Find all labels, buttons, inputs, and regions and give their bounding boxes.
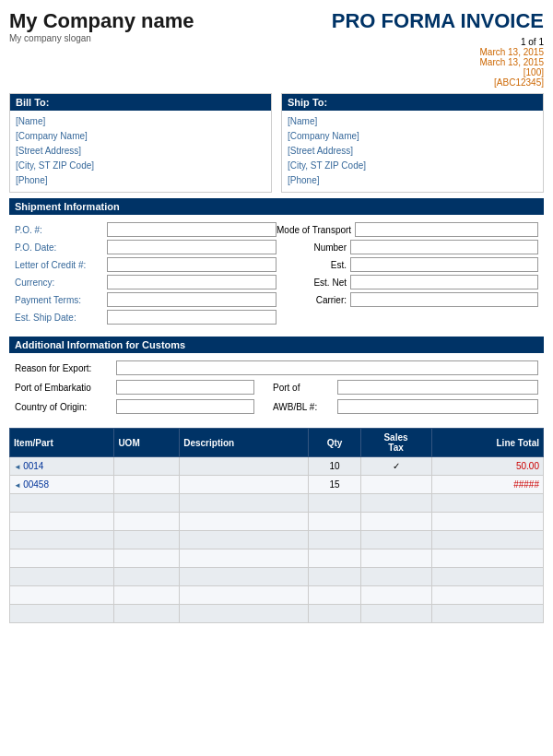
cell-uom — [114, 568, 180, 586]
cell-sales-tax — [360, 494, 431, 513]
col-sales-tax: SalesTax — [360, 429, 431, 457]
cell-description — [180, 476, 309, 494]
cell-qty — [309, 605, 360, 623]
country-origin-input[interactable] — [116, 399, 254, 414]
mode-transport-input[interactable] — [355, 222, 538, 237]
mode-transport-row: Mode of Transport — [276, 222, 538, 237]
bill-to-name: [Name] — [16, 114, 265, 129]
cell-description — [180, 531, 309, 549]
cell-line-total — [431, 568, 544, 586]
shipment-right: Mode of Transport Number Est. Est. Net C… — [276, 222, 538, 327]
company-slogan: My company slogan — [9, 33, 194, 43]
payment-terms-label: Payment Terms: — [15, 295, 107, 305]
row-arrow: ◄ — [14, 463, 23, 471]
cell-line-total: 50.00 — [431, 457, 544, 476]
port-embark-label: Port of Embarkatio — [15, 383, 116, 393]
po-number-input[interactable] — [107, 222, 276, 237]
shipment-grid: P.O. #: P.O. Date: Letter of Credit #: C… — [9, 219, 544, 331]
port-row: Port of Embarkatio Port of — [15, 380, 538, 395]
awb-input[interactable] — [337, 399, 538, 414]
bill-to-header: Bill To: — [10, 94, 271, 111]
cell-item: ◄ 0014 — [10, 457, 114, 476]
col-uom: UOM — [114, 429, 180, 457]
port-of-input[interactable] — [337, 380, 538, 395]
port-embark-input[interactable] — [116, 380, 254, 395]
cell-sales-tax: ✓ — [360, 457, 431, 476]
cell-sales-tax — [360, 586, 431, 605]
bill-to-city: [City, ST ZIP Code] — [16, 159, 265, 173]
cell-item — [10, 586, 114, 605]
carrier-input[interactable] — [350, 292, 538, 307]
cell-item — [10, 549, 114, 568]
customs-content: Reason for Export: Port of Embarkatio Po… — [9, 357, 544, 422]
awb-section: AWB/BL #: — [273, 399, 538, 414]
cell-description — [180, 605, 309, 623]
ref1: [100] — [332, 67, 544, 77]
number-input[interactable] — [350, 240, 538, 254]
cell-qty — [309, 513, 360, 531]
cell-description — [180, 586, 309, 605]
customs-header: Additional Information for Customs — [9, 337, 544, 353]
table-row — [10, 549, 544, 568]
currency-input[interactable] — [107, 275, 276, 289]
est-ship-date-row: Est. Ship Date: — [15, 310, 276, 325]
est-net-input[interactable] — [350, 275, 538, 289]
est-net-row: Est. Net — [276, 275, 538, 289]
cell-item — [10, 494, 114, 513]
cell-item — [10, 513, 114, 531]
ship-to-name: [Name] — [288, 114, 537, 129]
col-qty: Qty — [309, 429, 360, 457]
invoice-meta: 1 of 1 March 13, 2015 March 13, 2015 [10… — [332, 37, 544, 88]
cell-line-total — [431, 605, 544, 623]
cell-description — [180, 549, 309, 568]
table-section: Item/Part UOM Description Qty SalesTax L… — [9, 428, 544, 623]
ship-to-box: Ship To: [Name] [Company Name] [Street A… — [281, 93, 544, 193]
ref2: [ABC12345] — [332, 77, 544, 88]
ship-to-address: [Street Address] — [288, 144, 537, 159]
cell-line-total — [431, 549, 544, 568]
cell-sales-tax — [360, 513, 431, 531]
shipment-header: Shipment Information — [9, 198, 544, 215]
cell-line-total — [431, 531, 544, 549]
cell-uom — [114, 513, 180, 531]
reason-export-input[interactable] — [116, 360, 538, 375]
est-input[interactable] — [350, 257, 538, 272]
table-row — [10, 568, 544, 586]
est-ship-date-input[interactable] — [107, 310, 276, 325]
letter-credit-input[interactable] — [107, 257, 276, 272]
company-name: My Company name — [9, 9, 194, 33]
cell-description — [180, 494, 309, 513]
invoice-table: Item/Part UOM Description Qty SalesTax L… — [9, 428, 544, 623]
cell-qty — [309, 549, 360, 568]
cell-sales-tax — [360, 568, 431, 586]
table-row — [10, 586, 544, 605]
port-of-label: Port of — [273, 383, 337, 393]
row-arrow: ◄ — [14, 481, 23, 490]
invoice-info: PRO FORMA INVOICE 1 of 1 March 13, 2015 … — [332, 9, 544, 88]
payment-terms-row: Payment Terms: — [15, 292, 276, 307]
cell-uom — [114, 531, 180, 549]
payment-terms-input[interactable] — [107, 292, 276, 307]
page-info: 1 of 1 — [332, 37, 544, 47]
country-row: Country of Origin: AWB/BL #: — [15, 399, 538, 414]
po-number-label: P.O. #: — [15, 225, 107, 235]
cell-sales-tax — [360, 531, 431, 549]
cell-description — [180, 513, 309, 531]
ship-to-header: Ship To: — [282, 94, 543, 111]
table-row — [10, 513, 544, 531]
date1: March 13, 2015 — [332, 47, 544, 57]
cell-item: ◄ 00458 — [10, 476, 114, 494]
col-line-total: Line Total — [431, 429, 544, 457]
cell-uom — [114, 586, 180, 605]
est-ship-date-label: Est. Ship Date: — [15, 313, 107, 323]
cell-qty: 15 — [309, 476, 360, 494]
awb-label: AWB/BL #: — [273, 402, 337, 412]
po-number-row: P.O. #: — [15, 222, 276, 237]
header: My Company name My company slogan PRO FO… — [9, 9, 544, 88]
customs-section: Additional Information for Customs Reaso… — [9, 337, 544, 422]
bill-to-content: [Name] [Company Name] [Street Address] [… — [10, 111, 271, 192]
cell-sales-tax — [360, 605, 431, 623]
po-date-input[interactable] — [107, 240, 276, 254]
cell-item — [10, 568, 114, 586]
table-header-row: Item/Part UOM Description Qty SalesTax L… — [10, 429, 544, 457]
